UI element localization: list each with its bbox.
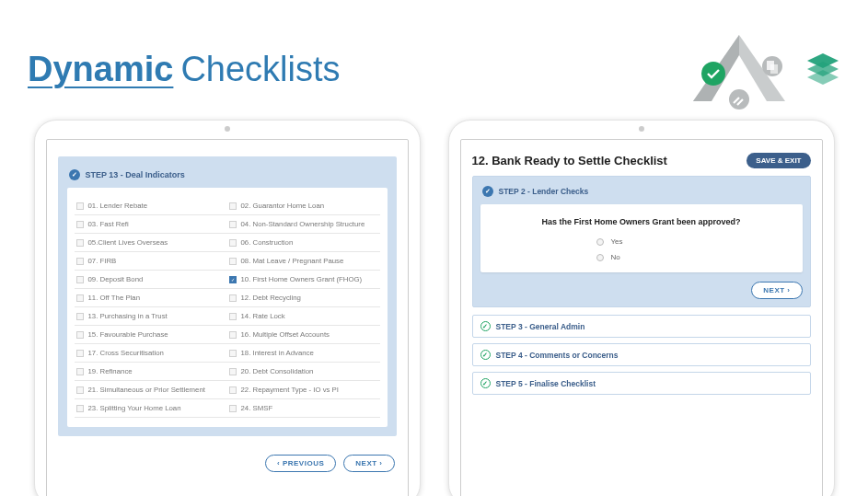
collapsed-step[interactable]: ✓STEP 3 - General Admin (472, 315, 811, 338)
checkbox-icon[interactable] (76, 405, 84, 412)
deal-indicator-label: 24. SMSF (241, 404, 273, 412)
deal-indicator-label: 21. Simultaneous or Prior Settlement (88, 386, 205, 394)
deal-indicator-label: 11. Off The Plan (88, 294, 141, 302)
deal-indicator-item[interactable]: 20. Debt Consolidation (227, 363, 380, 381)
checkbox-icon[interactable] (229, 368, 237, 375)
deal-indicator-item[interactable]: 03. Fast Refi (75, 215, 227, 234)
deal-indicator-label: 18. Interest in Advance (241, 349, 314, 357)
deal-indicator-item[interactable]: 14. Rate Lock (227, 307, 380, 326)
deal-indicator-item[interactable]: 24. SMSF (227, 399, 380, 418)
radio-icon[interactable] (596, 254, 604, 261)
brand-logo (684, 28, 840, 110)
page-title: Dynamic Checklists (28, 50, 341, 89)
tablet-deal-indicators: ✓ STEP 13 - Deal Indicators 01. Lender R… (34, 120, 421, 496)
deal-indicator-label: 06. Construction (241, 238, 294, 247)
checkbox-icon[interactable] (229, 239, 237, 247)
checkbox-icon[interactable] (229, 202, 237, 210)
deal-indicator-item[interactable]: ✓10. First Home Owners Grant (FHOG) (227, 271, 380, 289)
checklist-title: 12. Bank Ready to Settle Checklist (472, 154, 667, 167)
deal-indicator-item[interactable]: 08. Mat Leave / Pregnant Pause (227, 252, 380, 271)
tablet-camera (225, 126, 230, 132)
deal-indicator-label: 14. Rate Lock (241, 312, 285, 320)
checkbox-icon[interactable] (76, 202, 84, 210)
checkbox-icon[interactable] (76, 239, 84, 247)
previous-button[interactable]: ‹ PREVIOUS (265, 455, 336, 472)
question-option[interactable]: Yes (596, 237, 788, 246)
svg-rect-6 (770, 64, 778, 74)
option-label: Yes (611, 237, 623, 246)
deal-indicator-label: 12. Debt Recycling (241, 294, 301, 302)
deal-indicator-label: 17. Cross Securitisation (88, 349, 164, 357)
deal-indicator-item[interactable]: 12. Debt Recycling (227, 289, 380, 307)
step-question: Has the First Home Owners Grant been app… (495, 217, 788, 226)
deal-indicator-label: 16. Multiple Offset Accounts (241, 330, 330, 339)
checkbox-icon[interactable] (76, 386, 84, 394)
checkbox-icon[interactable] (76, 350, 84, 357)
checkbox-icon[interactable] (76, 221, 84, 228)
deal-indicator-label: 15. Favourable Purchase (88, 330, 168, 339)
deal-indicator-item[interactable]: 04. Non-Standard Ownership Structure (227, 215, 380, 234)
deal-indicator-item[interactable]: 06. Construction (227, 234, 380, 252)
question-option[interactable]: No (596, 253, 788, 261)
checkbox-icon[interactable] (229, 221, 237, 228)
deal-indicator-label: 23. Splitting Your Home Loan (88, 404, 181, 412)
deal-indicator-item[interactable]: 23. Splitting Your Home Loan (75, 399, 227, 418)
svg-point-3 (701, 62, 725, 86)
deal-indicator-item[interactable]: 01. Lender Rebate (75, 197, 227, 215)
deal-indicator-item[interactable]: 09. Deposit Bond (75, 271, 227, 289)
option-label: No (611, 253, 620, 261)
tablet-settle-checklist: 12. Bank Ready to Settle Checklist SAVE … (448, 120, 835, 496)
deal-indicator-item[interactable]: 19. Refinance (75, 363, 227, 381)
collapsed-step[interactable]: ✓STEP 4 - Comments or Concerns (472, 343, 811, 366)
collapsed-step-label: STEP 4 - Comments or Concerns (496, 351, 619, 360)
checkbox-icon[interactable]: ✓ (229, 276, 237, 283)
checkbox-icon[interactable] (229, 386, 237, 394)
deal-indicator-item[interactable]: 15. Favourable Purchase (75, 326, 227, 344)
deal-indicator-label: 05.Client Lives Overseas (88, 238, 168, 247)
page-title-underlined: Dynamic (28, 50, 173, 89)
step-complete-icon: ✓ (69, 169, 80, 180)
deal-indicator-item[interactable]: 16. Multiple Offset Accounts (227, 326, 380, 344)
deal-indicator-label: 10. First Home Owners Grant (FHOG) (241, 275, 363, 283)
radio-icon[interactable] (596, 238, 604, 246)
deal-indicator-item[interactable]: 13. Purchasing in a Trust (75, 307, 227, 326)
checkbox-icon[interactable] (229, 331, 237, 339)
checkbox-icon[interactable] (229, 258, 237, 265)
checkbox-icon[interactable] (229, 313, 237, 320)
deal-indicator-item[interactable]: 18. Interest in Advance (227, 344, 380, 363)
checkbox-icon[interactable] (76, 276, 84, 283)
checkbox-icon[interactable] (229, 350, 237, 357)
active-step-label: STEP 2 - Lender Checks (499, 187, 589, 196)
checkbox-icon[interactable] (76, 331, 84, 339)
checkbox-icon[interactable] (76, 313, 84, 320)
collapsed-step[interactable]: ✓STEP 5 - Finalise Checklist (472, 372, 811, 395)
deal-indicator-label: 03. Fast Refi (88, 220, 129, 228)
checkbox-icon[interactable] (229, 294, 237, 302)
deal-indicator-label: 04. Non-Standard Ownership Structure (241, 220, 365, 228)
active-step-header: ✓ STEP 2 - Lender Checks (482, 186, 801, 197)
save-exit-button[interactable]: SAVE & EXIT (746, 153, 810, 168)
next-button[interactable]: NEXT › (343, 455, 394, 472)
deal-indicator-item[interactable]: 21. Simultaneous or Prior Settlement (75, 381, 227, 399)
deal-indicator-label: 19. Refinance (88, 367, 133, 375)
deal-indicator-label: 07. FIRB (88, 257, 117, 265)
svg-point-7 (729, 89, 749, 110)
deal-indicator-item[interactable]: 05.Client Lives Overseas (75, 234, 227, 252)
checkbox-icon[interactable] (229, 405, 237, 412)
check-circle-icon: ✓ (480, 378, 491, 388)
deal-indicator-item[interactable]: 22. Repayment Type - IO vs PI (227, 381, 380, 399)
deal-indicator-label: 13. Purchasing in a Trust (88, 312, 168, 320)
tablet-camera (639, 126, 644, 132)
deal-indicator-item[interactable]: 11. Off The Plan (75, 289, 227, 307)
deal-indicator-label: 02. Guarantor Home Loan (241, 202, 325, 210)
checkbox-icon[interactable] (76, 258, 84, 265)
checkbox-icon[interactable] (76, 368, 84, 375)
deal-indicator-label: 08. Mat Leave / Pregnant Pause (241, 257, 344, 265)
step-next-button[interactable]: NEXT › (751, 282, 802, 299)
page-title-rest: Checklists (180, 50, 340, 89)
checkbox-icon[interactable] (76, 294, 84, 302)
collapsed-step-label: STEP 3 - General Admin (496, 322, 585, 331)
deal-indicator-item[interactable]: 07. FIRB (75, 252, 227, 271)
deal-indicator-item[interactable]: 17. Cross Securitisation (75, 344, 227, 363)
deal-indicator-item[interactable]: 02. Guarantor Home Loan (227, 197, 380, 215)
